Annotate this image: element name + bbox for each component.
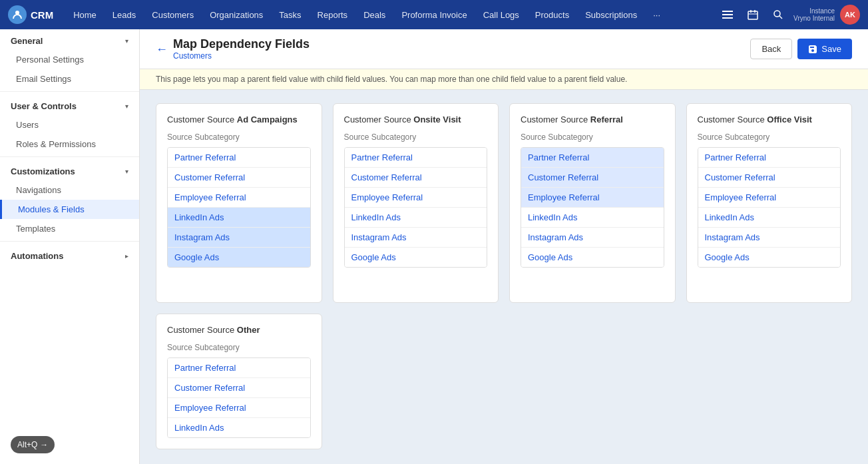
bottom-card-row: Customer Source Other Source Subcategory…: [156, 314, 852, 449]
top-navigation: CRM Home Leads Customers Organizations T…: [0, 0, 868, 29]
svg-rect-1: [722, 11, 733, 12]
list-item[interactable]: LinkedIn Ads: [345, 208, 487, 228]
nav-calllogs[interactable]: Call Logs: [477, 6, 526, 24]
sidebar-section-automations: Automations ▸: [0, 244, 139, 265]
nav-organizations[interactable]: Organizations: [203, 6, 270, 24]
info-bar: This page lets you map a parent field va…: [140, 69, 868, 90]
list-item[interactable]: Instagram Ads: [345, 228, 487, 248]
sidebar-item-users[interactable]: Users: [0, 115, 139, 134]
list-item[interactable]: Customer Referral: [521, 168, 664, 188]
sidebar: General ▾ Personal Settings Email Settin…: [0, 29, 140, 464]
nav-more[interactable]: ···: [646, 6, 667, 24]
list-item[interactable]: Partner Referral: [698, 148, 841, 168]
list-item[interactable]: Partner Referral: [521, 148, 664, 168]
svg-rect-4: [748, 11, 758, 19]
user-avatar[interactable]: AK: [840, 5, 860, 25]
subcategory-label-referral: Source Subcategory: [521, 132, 664, 142]
shortcut-arrow-icon: →: [40, 440, 48, 449]
list-item[interactable]: Partner Referral: [168, 148, 310, 168]
back-arrow-button[interactable]: ←: [156, 43, 168, 55]
list-item[interactable]: Partner Referral: [168, 358, 310, 378]
subcategory-label-office-visit: Source Subcategory: [698, 132, 841, 142]
list-item[interactable]: LinkedIn Ads: [168, 208, 310, 228]
card-ad-campaigns: Customer Source Ad Campaigns Source Subc…: [156, 103, 322, 303]
sidebar-general-title: General: [11, 36, 43, 46]
sidebar-item-modules-fields[interactable]: Modules & Fields: [0, 200, 139, 219]
list-item[interactable]: Instagram Ads: [168, 228, 310, 248]
list-item[interactable]: Google Ads: [345, 248, 487, 267]
list-item[interactable]: LinkedIn Ads: [698, 208, 841, 228]
shortcut-badge[interactable]: Alt+Q →: [11, 436, 55, 453]
brand[interactable]: CRM: [8, 5, 53, 24]
card-other: Customer Source Other Source Subcategory…: [156, 314, 322, 449]
list-item[interactable]: Google Ads: [698, 248, 841, 267]
list-item[interactable]: Employee Referral: [168, 398, 310, 418]
nav-home[interactable]: Home: [67, 6, 103, 24]
card-title-office-visit: Customer Source Office Visit: [698, 115, 841, 124]
list-item[interactable]: Customer Referral: [698, 168, 841, 188]
chevron-down-icon: ▾: [125, 37, 128, 45]
page-header-right: Back Save: [750, 39, 852, 59]
save-button[interactable]: Save: [797, 39, 852, 59]
crm-brand-label: CRM: [31, 9, 53, 21]
subcategory-list-referral: Partner Referral Customer Referral Emplo…: [521, 147, 664, 268]
back-button[interactable]: Back: [750, 39, 792, 59]
sidebar-customizations-header[interactable]: Customizations ▾: [0, 160, 139, 180]
list-item[interactable]: Customer Referral: [345, 168, 487, 188]
sidebar-section-customizations: Customizations ▾ Navigations Modules & F…: [0, 160, 139, 238]
sidebar-item-templates[interactable]: Templates: [0, 219, 139, 238]
sidebar-section-user-controls: User & Controls ▾ Users Roles & Permissi…: [0, 95, 139, 154]
sidebar-automations-header[interactable]: Automations ▸: [0, 244, 139, 265]
chevron-down-icon-3: ▾: [125, 168, 128, 175]
sidebar-general-header[interactable]: General ▾: [0, 29, 139, 50]
list-item[interactable]: Employee Referral: [168, 188, 310, 208]
list-item[interactable]: Customer Referral: [168, 168, 310, 188]
list-item[interactable]: LinkedIn Ads: [521, 208, 664, 228]
list-item[interactable]: Employee Referral: [521, 188, 664, 208]
list-item[interactable]: Employee Referral: [698, 188, 841, 208]
subcategory-label-onsite-visit: Source Subcategory: [344, 132, 488, 142]
chevron-right-icon: ▸: [125, 252, 128, 260]
nav-products[interactable]: Products: [529, 6, 576, 24]
card-office-visit: Customer Source Office Visit Source Subc…: [686, 103, 853, 303]
list-item[interactable]: LinkedIn Ads: [168, 418, 310, 437]
page-header: ← Map Dependency Fields Customers Back S…: [140, 29, 868, 69]
sidebar-item-personal-settings[interactable]: Personal Settings: [0, 50, 139, 69]
content-area: Customer Source Ad Campaigns Source Subc…: [140, 90, 868, 464]
sidebar-user-controls-title: User & Controls: [11, 101, 77, 111]
page-header-left: ← Map Dependency Fields Customers: [156, 37, 310, 61]
list-item[interactable]: Google Ads: [168, 248, 310, 267]
sidebar-item-navigations[interactable]: Navigations: [0, 180, 139, 200]
breadcrumb[interactable]: Customers: [173, 51, 310, 61]
sidebar-customizations-title: Customizations: [11, 166, 75, 176]
nav-leads[interactable]: Leads: [106, 6, 142, 24]
sidebar-user-controls-header[interactable]: User & Controls ▾: [0, 95, 139, 115]
list-item[interactable]: Instagram Ads: [521, 228, 664, 248]
list-item[interactable]: Employee Referral: [345, 188, 487, 208]
list-item[interactable]: Google Ads: [521, 248, 664, 267]
nav-customers[interactable]: Customers: [145, 6, 200, 24]
nav-subscriptions[interactable]: Subscriptions: [578, 6, 644, 24]
calendar-icon[interactable]: [743, 5, 763, 25]
subcategory-label-other: Source Subcategory: [167, 343, 311, 352]
card-onsite-visit: Customer Source Onsite Visit Source Subc…: [333, 103, 499, 303]
search-icon[interactable]: [768, 5, 788, 25]
list-item[interactable]: Partner Referral: [345, 148, 487, 168]
sidebar-section-general: General ▾ Personal Settings Email Settin…: [0, 29, 139, 89]
nav-proforma[interactable]: Proforma Invoice: [395, 6, 473, 24]
nav-deals[interactable]: Deals: [357, 6, 392, 24]
sidebar-item-email-settings[interactable]: Email Settings: [0, 69, 139, 89]
list-item[interactable]: Customer Referral: [168, 378, 310, 398]
page-title-section: Map Dependency Fields Customers: [173, 37, 310, 61]
nav-reports[interactable]: Reports: [311, 6, 355, 24]
main-content: ← Map Dependency Fields Customers Back S…: [140, 29, 868, 464]
list-item[interactable]: Instagram Ads: [698, 228, 841, 248]
sidebar-item-roles-permissions[interactable]: Roles & Permissions: [0, 134, 139, 154]
svg-line-9: [779, 16, 782, 19]
subcategory-list-onsite-visit: Partner Referral Customer Referral Emplo…: [344, 147, 488, 268]
menu-icon[interactable]: [718, 5, 738, 25]
nav-tasks[interactable]: Tasks: [272, 6, 308, 24]
card-title-ad-campaigns: Customer Source Ad Campaigns: [167, 115, 311, 124]
subcategory-list-other: Partner Referral Customer Referral Emplo…: [167, 357, 311, 438]
subcategory-list-ad-campaigns: Partner Referral Customer Referral Emplo…: [167, 147, 311, 268]
